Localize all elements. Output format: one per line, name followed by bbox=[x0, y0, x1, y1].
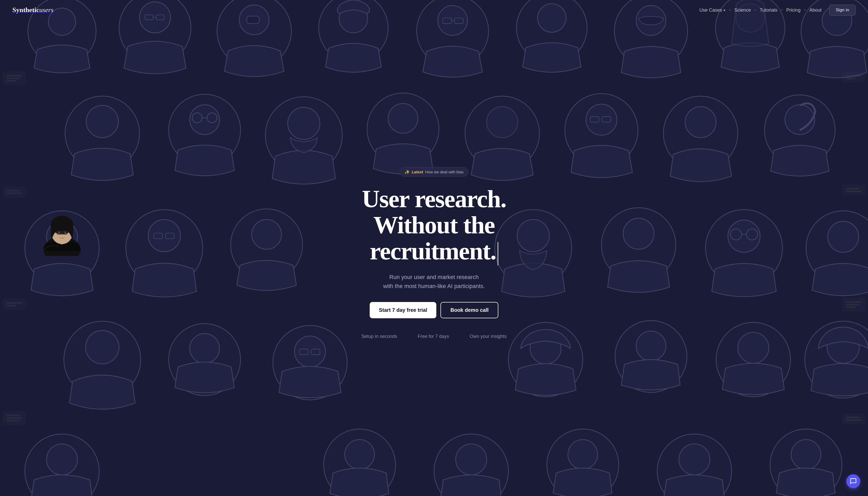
svg-point-67 bbox=[86, 330, 119, 364]
svg-point-93 bbox=[791, 440, 821, 469]
hero-title: User research. Without the recruitment. bbox=[361, 186, 507, 265]
hero-content: ✨ Latest How we deal with bias User rese… bbox=[361, 167, 507, 339]
nav-separator-1: • bbox=[729, 7, 731, 13]
sign-in-button[interactable]: Sign in bbox=[829, 5, 856, 16]
chat-widget[interactable] bbox=[846, 474, 860, 488]
logo[interactable]: Syntheticusers bbox=[12, 6, 53, 14]
hero-title-line2: Without the bbox=[361, 212, 507, 238]
nav-science[interactable]: Science bbox=[732, 6, 754, 14]
svg-point-50 bbox=[148, 220, 181, 252]
chevron-down-icon: ▾ bbox=[724, 8, 725, 12]
latest-badge[interactable]: ✨ Latest How we deal with bias bbox=[400, 167, 469, 177]
svg-point-48 bbox=[46, 221, 78, 252]
svg-point-65 bbox=[828, 221, 859, 252]
start-trial-button[interactable]: Start 7 day free trial bbox=[370, 302, 437, 318]
svg-point-44 bbox=[685, 107, 716, 138]
nav-separator-2: • bbox=[755, 7, 756, 13]
nav-use-cases[interactable]: Use Cases ▾ bbox=[697, 6, 728, 14]
svg-point-26 bbox=[86, 105, 119, 138]
svg-point-77 bbox=[636, 331, 666, 361]
hero-subtitle-line2: with the most human-like AI participants… bbox=[383, 283, 485, 289]
badge-spark-icon: ✨ bbox=[405, 169, 410, 174]
hero-subtitle: Run your user and market research with t… bbox=[361, 273, 507, 291]
svg-point-83 bbox=[46, 444, 78, 475]
feature-1: Setup in seconds bbox=[361, 334, 397, 339]
nav-separator-3: • bbox=[781, 7, 782, 13]
navbar: Syntheticusers Use Cases ▾ • Science • T… bbox=[0, 0, 868, 20]
hero-section: ✨ Latest How we deal with bias User rese… bbox=[0, 0, 868, 496]
svg-point-79 bbox=[738, 332, 769, 363]
hero-title-line1: User research. bbox=[361, 186, 507, 212]
nav-separator-4: • bbox=[804, 7, 806, 13]
svg-point-69 bbox=[190, 334, 219, 363]
nav-about[interactable]: About bbox=[807, 6, 824, 14]
nav-pricing[interactable]: Pricing bbox=[784, 6, 803, 14]
svg-point-38 bbox=[487, 107, 518, 138]
feature-pills: Setup in seconds Free for 7 days Own you… bbox=[361, 334, 507, 339]
svg-point-60 bbox=[728, 220, 760, 252]
svg-point-35 bbox=[388, 104, 418, 133]
feature-2: Free for 7 days bbox=[418, 334, 449, 339]
svg-point-54 bbox=[252, 220, 281, 249]
cta-buttons: Start 7 day free trial Book demo call bbox=[361, 302, 507, 318]
logo-suffix: users bbox=[39, 6, 53, 14]
cursor-decoration bbox=[498, 242, 498, 265]
svg-point-85 bbox=[345, 440, 374, 469]
chat-widget-icon bbox=[850, 478, 857, 485]
svg-point-91 bbox=[679, 444, 710, 475]
badge-text: How we deal with bias bbox=[425, 170, 463, 174]
nav-use-cases-label: Use Cases bbox=[699, 7, 722, 13]
svg-point-56 bbox=[517, 220, 549, 252]
svg-point-58 bbox=[623, 218, 654, 249]
svg-point-89 bbox=[568, 440, 598, 469]
feature-3: Own your insights bbox=[470, 334, 507, 339]
svg-point-28 bbox=[190, 105, 219, 135]
svg-point-33 bbox=[288, 107, 320, 140]
book-demo-button[interactable]: Book demo call bbox=[440, 302, 498, 318]
logo-prefix: Synthetic bbox=[12, 6, 39, 14]
svg-point-87 bbox=[456, 444, 487, 475]
hero-title-line3: recruitment. bbox=[361, 238, 507, 265]
hero-subtitle-line1: Run your user and market research bbox=[389, 274, 479, 280]
nav-tutorials[interactable]: Tutorials bbox=[757, 6, 780, 14]
badge-latest-label: Latest bbox=[412, 170, 423, 174]
